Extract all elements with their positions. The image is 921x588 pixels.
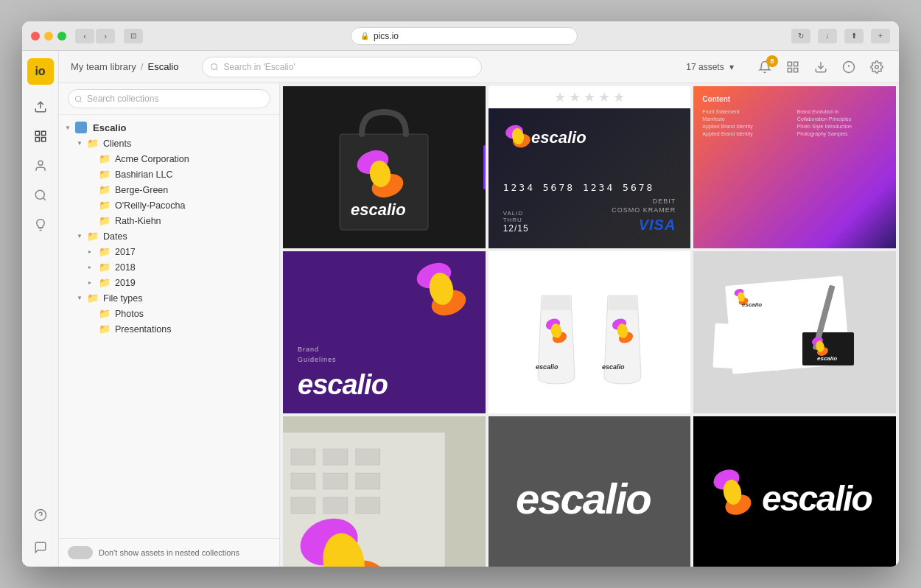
- tree-label-2019: 2019: [115, 278, 273, 288]
- maximize-button[interactable]: [57, 32, 66, 41]
- traffic-lights: [31, 32, 66, 41]
- collection-search[interactable]: Search collections: [68, 89, 270, 108]
- asset-tote-bag[interactable]: escalio: [283, 86, 486, 248]
- svg-point-10: [211, 63, 217, 69]
- folder-icon-photos: 📁: [99, 308, 111, 319]
- upload-icon[interactable]: [27, 94, 54, 120]
- share-button[interactable]: ⬆: [844, 29, 864, 43]
- chevron-right-icon: ▸: [88, 248, 96, 255]
- nested-assets-toggle[interactable]: [68, 546, 93, 559]
- asset-cups[interactable]: escalio escali: [488, 251, 691, 413]
- info-icon[interactable]: [838, 57, 859, 77]
- tree-item-presentations[interactable]: ▸ 📁 Presentations: [59, 321, 279, 337]
- asset-count: 17 assets ▾: [686, 62, 734, 72]
- tree-item-2019[interactable]: ▸ 📁 2019: [59, 275, 279, 290]
- tree-item-photos[interactable]: ▸ 📁 Photos: [59, 306, 279, 321]
- svg-rect-15: [788, 68, 791, 71]
- tree-label-filetypes: File types: [103, 293, 273, 304]
- refresh-button[interactable]: ↻: [791, 29, 810, 43]
- download-icon[interactable]: [810, 57, 831, 77]
- notification-badge: 8: [766, 55, 778, 67]
- lightbulb-icon[interactable]: [27, 211, 54, 238]
- grid-view-icon[interactable]: [782, 57, 803, 77]
- more-action-icon[interactable]: ⋯: [262, 122, 273, 133]
- tree-item-acme[interactable]: ▸ 📁 Acme Corporation: [59, 151, 279, 167]
- tree-item-2017[interactable]: ▸ 📁 2017: [59, 244, 279, 259]
- svg-rect-3: [41, 138, 45, 141]
- back-button[interactable]: ‹: [75, 29, 94, 43]
- tree-item-oreilly[interactable]: ▸ 📁 O'Reilly-Pacocha: [59, 197, 279, 213]
- tree-label-berge: Berge-Green: [115, 185, 273, 195]
- collection-tree: ▼ Escalio ↑ ⊕ ⊕ ⋯ ▼: [59, 115, 279, 538]
- help-icon[interactable]: [27, 502, 54, 528]
- asset-building[interactable]: [283, 416, 486, 567]
- titlebar: ‹ › ⊡ 🔒 pics.io ↻ ↓ ⬆ +: [22, 21, 899, 51]
- chevron-down-icon: ▼: [77, 140, 84, 147]
- folder-icon-oreilly: 📁: [99, 200, 111, 211]
- settings-icon[interactable]: [866, 57, 887, 77]
- grid-container: escalio ★ ★: [283, 86, 896, 567]
- minimize-button[interactable]: [44, 32, 53, 41]
- tree-item-clients[interactable]: ▼ 📁 Clients: [59, 136, 279, 151]
- app-window: ‹ › ⊡ 🔒 pics.io ↻ ↓ ⬆ + io: [22, 21, 899, 567]
- sidebar: Search collections ▼ Escalio ↑ ⊕: [59, 83, 280, 567]
- tab-overview-button[interactable]: ⊡: [124, 29, 143, 43]
- svg-rect-13: [794, 62, 798, 66]
- chevron-right-icon: ▸: [88, 264, 96, 270]
- app-logo[interactable]: io: [27, 58, 54, 85]
- tree-label-rath: Rath-Kiehn: [115, 216, 273, 226]
- asset-text-logo-dark[interactable]: escalio: [488, 416, 691, 567]
- folder-icon-rath: 📁: [99, 215, 111, 226]
- breadcrumb-parent[interactable]: My team library: [71, 61, 136, 72]
- svg-point-6: [35, 190, 44, 199]
- search-bar[interactable]: Search in 'Escalio': [202, 57, 482, 77]
- add-action-icon[interactable]: ⊕: [235, 122, 245, 133]
- url-bar[interactable]: 🔒 pics.io: [351, 27, 578, 45]
- folder-icon-filetypes: 📁: [87, 293, 99, 304]
- tree-item-dates[interactable]: ▼ 📁 Dates: [59, 228, 279, 244]
- tree-item-escalio[interactable]: ▼ Escalio ↑ ⊕ ⊕ ⋯: [59, 119, 279, 136]
- tree-label-2017: 2017: [115, 247, 273, 257]
- breadcrumb: My team library / Escalio: [71, 61, 178, 72]
- asset-presentation[interactable]: Content Front Statement Manifesto Applie…: [693, 86, 896, 248]
- person-icon[interactable]: [27, 153, 54, 179]
- close-button[interactable]: [31, 32, 40, 41]
- svg-rect-4: [35, 138, 39, 141]
- globe-action-icon[interactable]: ⊕: [248, 122, 259, 133]
- tree-label-escalio: Escalio: [93, 122, 222, 133]
- svg-rect-1: [35, 131, 39, 135]
- tree-item-rath[interactable]: ▸ 📁 Rath-Kiehn: [59, 213, 279, 228]
- folder-icon-dates: 📁: [87, 231, 99, 242]
- tree-label-2018: 2018: [115, 262, 273, 273]
- svg-point-20: [875, 65, 879, 69]
- folder-icon-escalio: [75, 122, 87, 133]
- asset-stationery[interactable]: escalio escalio: [693, 251, 896, 413]
- tree-item-2018[interactable]: ▸ 📁 2018: [59, 259, 279, 275]
- chevron-down-icon: ▼: [77, 233, 84, 239]
- tree-label-bashirian: Bashirian LLC: [115, 169, 273, 180]
- search-icon[interactable]: [27, 182, 54, 209]
- svg-line-22: [80, 100, 82, 102]
- filter-icon[interactable]: ▾: [729, 62, 734, 72]
- notifications-button[interactable]: 8: [754, 57, 775, 77]
- svg-point-5: [38, 161, 43, 165]
- svg-line-7: [43, 197, 45, 200]
- asset-black-logo[interactable]: escalio: [693, 416, 896, 567]
- chat-icon[interactable]: [27, 534, 54, 561]
- upload-action-icon[interactable]: ↑: [225, 122, 232, 133]
- forward-button[interactable]: ›: [96, 29, 115, 43]
- download-button[interactable]: ↓: [818, 29, 837, 43]
- folder-icon-2019: 📁: [99, 277, 111, 288]
- asset-card[interactable]: ★ ★ ★ ★ ★: [488, 86, 691, 248]
- folder-icon-acme: 📁: [99, 153, 111, 164]
- svg-point-21: [75, 96, 80, 101]
- asset-brand-guidelines[interactable]: Brand Guidelines escalio: [283, 251, 486, 413]
- tree-item-filetypes[interactable]: ▼ 📁 File types: [59, 290, 279, 306]
- hierarchy-icon[interactable]: [27, 123, 54, 150]
- new-tab-button[interactable]: +: [871, 29, 890, 43]
- tree-item-berge[interactable]: ▸ 📁 Berge-Green: [59, 182, 279, 197]
- tree-item-bashirian[interactable]: ▸ 📁 Bashirian LLC: [59, 167, 279, 182]
- toolbar: My team library / Escalio Search in 'Esc…: [59, 51, 899, 83]
- url-text: pics.io: [374, 31, 399, 41]
- folder-icon-2017: 📁: [99, 246, 111, 257]
